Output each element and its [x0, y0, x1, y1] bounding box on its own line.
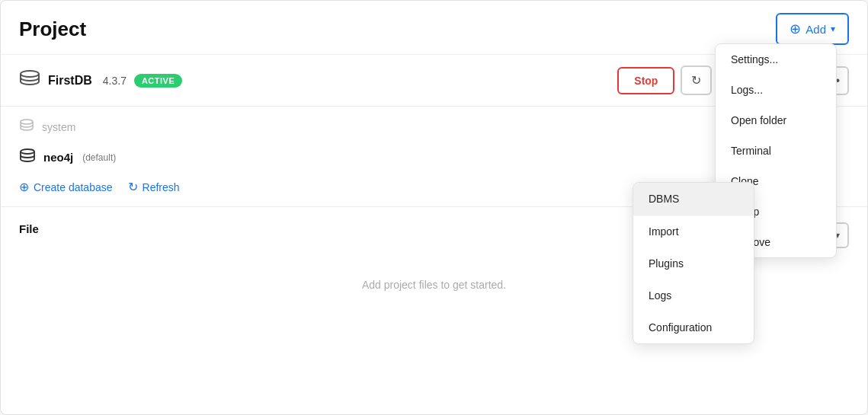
- neo4j-db-name: neo4j: [43, 151, 73, 164]
- app-container: Project ⊕ Add ▾ FirstDB 4.3.7 ACTIVE Sto…: [0, 0, 868, 415]
- create-database-link[interactable]: ⊕ Create database: [19, 180, 113, 194]
- add-button[interactable]: ⊕ Add ▾: [776, 13, 849, 45]
- dropdown-item-logs[interactable]: Logs...: [716, 75, 836, 105]
- db-version: 4.3.7: [103, 75, 127, 87]
- dbms-dropdown-item-import[interactable]: Import: [633, 215, 754, 247]
- refresh-link[interactable]: ↻ Refresh: [128, 180, 180, 194]
- dbms-dropdown-menu: DBMS Import Plugins Logs Configuration: [633, 182, 754, 344]
- refresh-link-icon: ↻: [128, 180, 138, 194]
- dropdown-item-terminal[interactable]: Terminal: [716, 136, 836, 166]
- refresh-icon: ↻: [691, 73, 701, 88]
- stop-button[interactable]: Stop: [617, 67, 674, 94]
- neo4j-db-icon: [19, 148, 36, 166]
- db-instance-left: FirstDB 4.3.7 ACTIVE: [19, 70, 182, 91]
- system-db-label: system: [42, 121, 75, 133]
- create-database-label: Create database: [34, 181, 113, 193]
- svg-point-2: [21, 149, 34, 154]
- dropdown-item-settings[interactable]: Settings...: [716, 44, 836, 75]
- plus-icon: ⊕: [790, 21, 801, 37]
- default-badge: (default): [82, 152, 116, 163]
- dropdown-item-open-folder[interactable]: Open folder: [716, 105, 836, 136]
- dbms-dropdown-item-dbms[interactable]: DBMS: [633, 183, 754, 215]
- system-db-icon: [19, 119, 34, 135]
- chevron-down-icon: ▾: [831, 24, 835, 34]
- db-name: FirstDB: [48, 74, 92, 88]
- add-button-label: Add: [806, 23, 826, 36]
- svg-point-1: [21, 120, 33, 124]
- refresh-icon-button[interactable]: ↻: [681, 65, 712, 95]
- page-title: Project: [19, 18, 86, 41]
- dbms-dropdown-item-logs[interactable]: Logs: [633, 279, 754, 311]
- create-plus-icon: ⊕: [19, 180, 29, 194]
- dbms-dropdown-item-plugins[interactable]: Plugins: [633, 247, 754, 279]
- db-icon: [19, 70, 40, 91]
- status-badge: ACTIVE: [134, 74, 182, 88]
- refresh-label: Refresh: [143, 181, 180, 193]
- file-section-label: File: [19, 222, 39, 235]
- svg-point-0: [21, 71, 39, 77]
- dbms-dropdown-item-configuration[interactable]: Configuration: [633, 311, 754, 343]
